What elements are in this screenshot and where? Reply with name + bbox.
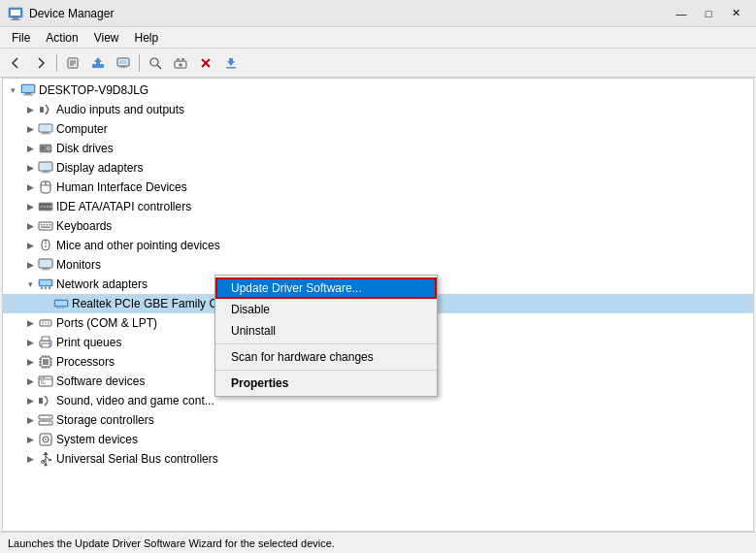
tree-item-root[interactable]: ▾ DESKTOP-V9D8JLG [3,81,753,100]
toolbar-sep1 [56,54,57,72]
svg-rect-53 [41,224,43,226]
svg-point-124 [45,464,48,467]
svg-point-82 [43,321,44,322]
svg-rect-24 [226,67,236,69]
tree-item-computer[interactable]: ▶ Computer [3,119,753,139]
tree-item-display[interactable]: ▶ Display adapters [3,158,753,178]
status-text: Launches the Update Driver Software Wiza… [8,537,335,549]
tree-label: Print queues [56,336,121,349]
tree-item-disk[interactable]: ▶ Disk drives [3,139,753,158]
svg-rect-52 [39,222,52,230]
toolbar-monitor[interactable] [112,51,135,75]
menu-view[interactable]: View [86,29,127,47]
system-icon [38,432,53,447]
svg-point-14 [150,58,158,66]
svg-rect-3 [11,19,20,20]
close-button[interactable]: ✕ [723,4,748,23]
toolbar-properties[interactable] [61,51,84,75]
svg-point-48 [41,206,43,208]
toolbar-scan[interactable] [144,51,167,75]
menu-help[interactable]: Help [127,29,167,47]
tree-item-ide[interactable]: ▶ IDE ATA/ATAPI controllers [3,197,753,216]
svg-point-76 [59,308,61,309]
svg-rect-28 [23,95,33,96]
svg-marker-9 [94,57,102,64]
svg-rect-41 [44,171,49,173]
toolbar-sep2 [139,54,140,72]
ctx-sep1 [215,343,437,344]
svg-rect-1 [11,10,20,16]
title-bar-icon [8,6,23,21]
expand-icon: ▶ [22,102,38,117]
tree-label: Computer [56,122,108,136]
svg-rect-106 [41,377,43,378]
svg-rect-42 [42,173,50,174]
tree-item-monitors[interactable]: ▶ Monitors [3,255,753,275]
tree-item-hid[interactable]: ▶ Human Interface Devices [3,178,753,197]
tree-item-storage[interactable]: ▶ Storage controllers [3,410,753,430]
maximize-button[interactable]: □ [696,4,721,23]
svg-point-51 [49,206,51,208]
expand-icon: ▶ [22,315,38,331]
svg-rect-11 [119,60,127,64]
svg-rect-107 [44,377,46,378]
svg-point-49 [44,206,46,208]
menu-file[interactable]: File [4,29,38,47]
ctx-scan[interactable]: Scan for hardware changes [215,346,437,368]
svg-rect-88 [42,343,49,347]
menu-action[interactable]: Action [38,29,85,47]
toolbar-update-driver[interactable] [86,51,110,75]
status-bar: Launches the Update Driver Software Wiza… [0,532,756,553]
ctx-properties[interactable]: Properties [215,373,437,394]
ports-icon [38,315,53,331]
toolbar-add-device[interactable] [169,51,192,75]
tree-label: Processors [56,355,115,369]
ctx-disable[interactable]: Disable [215,299,437,320]
svg-rect-111 [39,415,52,419]
svg-point-50 [47,206,49,208]
tree-item-audio[interactable]: ▶ Audio inputs and outputs [3,100,753,119]
tree-label: IDE ATA/ATAPI controllers [56,200,191,213]
ctx-uninstall[interactable]: Uninstall [215,320,437,342]
svg-rect-2 [13,17,18,19]
tree-label: Network adapters [56,277,148,291]
keyboard-icon [38,218,53,234]
tree-label: Audio inputs and outputs [56,103,184,116]
toolbar-remove[interactable] [194,51,217,75]
svg-rect-13 [119,67,127,68]
ide-icon [38,199,53,214]
expand-icon: ▶ [22,179,38,195]
toolbar [0,49,756,78]
title-bar-controls: — □ ✕ [669,4,748,23]
svg-rect-12 [121,66,125,68]
storage-icon [38,412,53,428]
svg-rect-55 [47,224,49,226]
tree-item-keyboards[interactable]: ▶ Keyboards [3,216,753,236]
svg-rect-56 [49,224,51,226]
tree-label: Keyboards [56,219,112,233]
tree-label: Sound, video and game cont... [56,394,214,407]
expand-icon: ▶ [22,257,38,273]
svg-rect-33 [41,134,50,135]
svg-point-79 [42,322,44,324]
tree-label: Disk drives [56,142,114,155]
expand-icon: ▶ [22,374,38,389]
svg-point-114 [49,422,50,424]
tree-item-usb[interactable]: ▶ Universal Serial Bus controllers [3,449,753,469]
tree-label: Monitors [56,258,101,272]
expand-icon: ▶ [22,335,38,350]
ctx-update-driver[interactable]: Update Driver Software... [215,277,437,299]
svg-rect-32 [43,132,49,134]
tree-item-system[interactable]: ▶ System devices [3,430,753,449]
ctx-label: Properties [231,376,288,390]
display-icon [38,160,53,176]
expand-icon-root: ▾ [5,82,20,98]
toolbar-download[interactable] [219,51,243,75]
toolbar-forward[interactable] [29,51,52,75]
svg-rect-29 [40,107,44,113]
title-bar: Device Manager — □ ✕ [0,0,756,27]
expand-icon: ▶ [22,238,38,253]
minimize-button[interactable]: — [669,4,694,23]
toolbar-back[interactable] [4,51,27,75]
tree-item-mice[interactable]: ▶ Mice and other pointing devices [3,236,753,255]
